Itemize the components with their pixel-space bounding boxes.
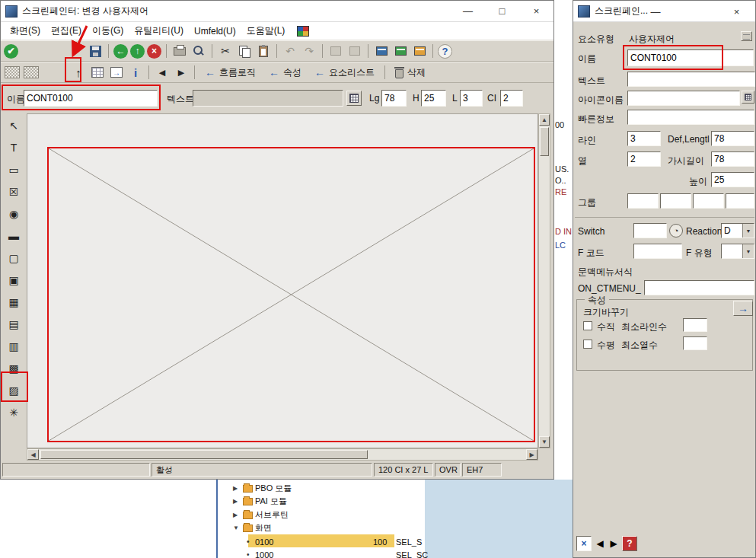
radiobutton-tool-icon[interactable]: ◉ (4, 205, 24, 223)
screen-grid-icon[interactable] (23, 64, 40, 81)
save-icon[interactable] (87, 43, 104, 59)
def-length-input[interactable] (711, 131, 754, 146)
apply-arrow-button[interactable]: → (733, 301, 753, 316)
dropdown-arrow-icon[interactable]: ▼ (742, 224, 754, 238)
chevron-right-icon[interactable]: ▶ (233, 512, 241, 518)
group-input-1[interactable] (627, 193, 659, 209)
cut-icon[interactable]: ✂ (217, 43, 234, 59)
print-icon[interactable] (171, 43, 188, 59)
new-session-icon[interactable] (373, 43, 390, 59)
menu-environment[interactable]: Umfeld(U) (190, 24, 241, 38)
table-control-tool-icon[interactable]: ▦ (4, 293, 24, 311)
name-input[interactable] (24, 90, 158, 107)
flow-logic-button[interactable]: ← 흐름로직 (199, 64, 261, 81)
grid-tool-icon[interactable]: ▥ (4, 337, 24, 356)
status-icon-tool-icon[interactable]: ✳ (4, 403, 24, 422)
horizontal-scrollbar[interactable]: ◀ ▶ (27, 448, 538, 461)
context-menu-input[interactable] (644, 280, 754, 295)
session-icon-orange[interactable] (411, 43, 428, 59)
paste-icon[interactable] (255, 43, 272, 59)
back-icon[interactable]: ← (113, 44, 128, 59)
menu-utilities[interactable]: 유틸리티(U) (129, 23, 188, 39)
line-input[interactable] (460, 90, 483, 107)
attributes-button[interactable]: ← 속성 (263, 64, 307, 81)
menu-goto[interactable]: 이동(G) (88, 23, 128, 39)
text-tool-icon[interactable]: T (4, 139, 24, 157)
dropdown-arrow-icon[interactable]: ▼ (742, 244, 754, 258)
custom-control-area[interactable] (47, 147, 535, 442)
tree-node-pbo-modules[interactable]: ▶ PBO 모듈 (233, 482, 292, 495)
find-icon[interactable] (190, 43, 207, 59)
pointer-tool-icon[interactable]: ↖ (4, 116, 24, 135)
element-list-button[interactable]: ← 요소리스트 (309, 64, 380, 81)
tabstrip-tool-icon[interactable]: ▤ (4, 315, 24, 333)
fcode-input[interactable] (633, 244, 682, 259)
panel-close-button[interactable]: × (719, 1, 754, 22)
minimize-button[interactable]: — (451, 1, 485, 21)
panel-help-button[interactable]: ? (622, 536, 637, 551)
subscreen-tool-icon[interactable]: ▣ (4, 271, 24, 289)
min-lines-input[interactable] (683, 318, 707, 332)
pane-divider[interactable] (216, 480, 218, 558)
info-icon[interactable]: i (127, 64, 144, 81)
defined-length-input[interactable] (381, 90, 407, 107)
panel-close-x-button[interactable]: × (576, 536, 592, 551)
tree-node-pai-modules[interactable]: ▶ PAI 모듈 (233, 495, 287, 508)
min-cols-input[interactable] (683, 336, 707, 350)
vertical-scroll-thumb[interactable] (540, 127, 549, 156)
checkbox-tool-icon[interactable]: ☒ (4, 183, 24, 201)
custom-control-tool-icon[interactable]: ▨ (4, 381, 24, 400)
vertical-scrollbar[interactable]: ▲ ▼ (538, 113, 550, 448)
switch-input[interactable] (633, 223, 667, 238)
tree-node-screens[interactable]: ▼ 화면 (233, 521, 272, 534)
chevron-down-icon[interactable]: ▼ (233, 525, 241, 531)
panel-name-input[interactable] (627, 49, 754, 66)
disabled-tool-icon-1[interactable] (327, 43, 344, 59)
vertical-checkbox[interactable] (583, 321, 592, 330)
menu-help[interactable]: 도움말(L) (242, 23, 290, 39)
text-input[interactable] (193, 90, 343, 107)
group-input-4[interactable] (726, 193, 754, 209)
overwrite-mode-field[interactable]: OVR (435, 463, 461, 477)
cancel-icon[interactable]: × (147, 44, 161, 59)
tree-leaf-0100[interactable]: • 0100 (247, 535, 273, 548)
close-button[interactable]: × (519, 1, 553, 21)
column-input[interactable] (500, 90, 523, 107)
group-input-2[interactable] (660, 193, 691, 209)
redo-icon[interactable]: ↷ (301, 43, 317, 59)
session-icon-green[interactable] (392, 43, 409, 59)
undo-icon[interactable]: ↶ (282, 43, 298, 59)
pushbutton-tool-icon[interactable]: ▬ (4, 227, 24, 245)
enter-icon[interactable]: ✔ (4, 44, 18, 59)
scroll-up-icon[interactable]: ▲ (539, 114, 550, 126)
chevron-right-icon[interactable]: ▶ (233, 498, 241, 505)
icon-picker-button[interactable] (742, 91, 754, 104)
scroll-right-icon[interactable]: ▶ (526, 449, 537, 460)
panel-prev-button[interactable]: ◀ (593, 536, 607, 551)
tree-node-subroutines[interactable]: ▶ 서브루틴 (233, 509, 289, 521)
panel-height-input[interactable] (711, 172, 754, 187)
group-input-3[interactable] (693, 193, 724, 209)
panel-text-input[interactable] (627, 72, 755, 87)
icon-name-input[interactable] (627, 91, 740, 106)
switch-toggle-icon[interactable]: ◔ (669, 224, 683, 238)
column-row-input[interactable] (627, 151, 661, 167)
ftype-dropdown[interactable]: ▼ (721, 244, 754, 259)
goto-screen-icon[interactable]: → (108, 64, 125, 81)
scroll-left-icon[interactable]: ◀ (27, 449, 39, 460)
help-icon[interactable]: ? (438, 44, 452, 59)
delete-button[interactable]: 삭제 (390, 64, 431, 81)
copy-icon[interactable] (236, 43, 253, 59)
set-cursor-icon[interactable]: ↑ (70, 64, 87, 81)
menu-edit[interactable]: 편집(E) (46, 23, 86, 39)
maximize-button[interactable]: □ (485, 1, 519, 21)
previous-screen-icon[interactable]: ◀ (154, 64, 171, 81)
height-input[interactable] (421, 90, 446, 107)
screen-layout-canvas[interactable] (27, 113, 538, 448)
panel-minimize-button[interactable]: — (640, 1, 671, 22)
horizontal-scroll-thumb[interactable] (40, 450, 368, 459)
panel-next-button[interactable]: ▶ (607, 536, 620, 551)
layout-editor-icon[interactable] (4, 64, 21, 81)
horizontal-checkbox[interactable] (583, 340, 592, 349)
tree-leaf-1000[interactable]: • 1000 (247, 548, 273, 558)
